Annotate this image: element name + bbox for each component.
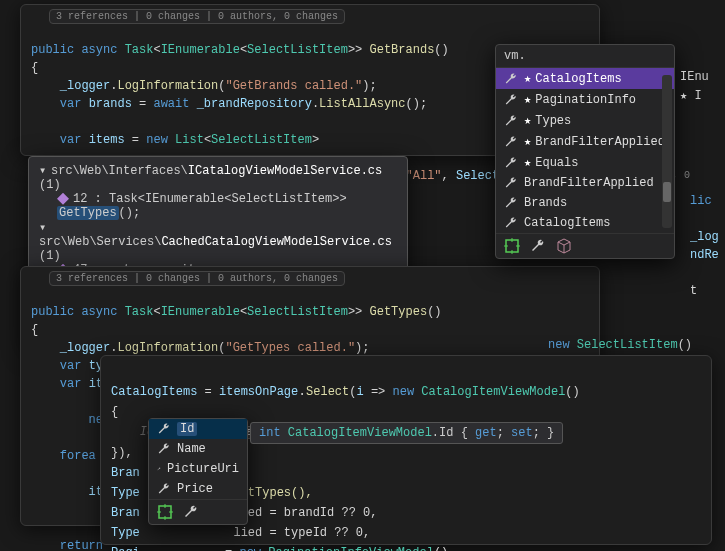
star-icon: ★ <box>524 92 531 107</box>
scroll-thumb[interactable] <box>663 182 671 202</box>
kw: new <box>548 338 570 352</box>
cube-icon[interactable] <box>556 238 572 254</box>
ref-count: (1) <box>39 249 61 263</box>
kw: get <box>475 426 497 440</box>
ref-entry[interactable]: ▾src\Web\Interfaces\ICatalogViewModelSer… <box>39 163 397 192</box>
ref-path: src\Web\Services\ <box>39 235 161 249</box>
fn: Select <box>306 385 349 399</box>
var: CatalogItems <box>111 385 197 399</box>
intellisense-list[interactable]: ★CatalogItems★PaginationInfo★Types★Brand… <box>496 68 674 233</box>
paren: () <box>434 43 448 57</box>
tip-class: CatalogItemViewModel <box>288 426 432 440</box>
intellisense-item[interactable]: CatalogItems <box>496 213 674 233</box>
eq: = <box>197 385 219 399</box>
code-lens-top[interactable]: 3 references | 0 changes | 0 authors, 0 … <box>49 9 345 24</box>
intellisense-item[interactable]: Brands <box>496 193 674 213</box>
kw: return <box>60 539 103 551</box>
method-name: GetBrands <box>370 43 435 57</box>
ar: => <box>364 385 393 399</box>
intellisense-item[interactable]: ★Equals <box>496 152 674 173</box>
eq: = <box>132 97 154 111</box>
brace: { <box>111 405 118 419</box>
intellisense-item[interactable]: BrandFilterApplied <box>496 173 674 193</box>
intellisense-side-hint-2: ★ I <box>680 88 702 103</box>
var: Bran <box>111 466 140 480</box>
type: SelectListItem <box>247 43 348 57</box>
intellisense-popup-top[interactable]: vm. ★CatalogItems★PaginationInfo★Types★B… <box>495 44 675 259</box>
tip-type: int <box>259 426 281 440</box>
var: _brandRepository <box>197 97 312 111</box>
kw: new <box>146 133 168 147</box>
kw: var <box>60 97 82 111</box>
sp <box>168 133 175 147</box>
intellisense-item[interactable]: Id <box>149 419 247 439</box>
intellisense-item[interactable]: PictureUri <box>149 459 247 479</box>
sc: ; <box>370 79 377 93</box>
fn: GetTypes <box>370 305 428 319</box>
item-label: PictureUri <box>167 462 239 476</box>
wrench-icon[interactable] <box>530 238 546 254</box>
p: () <box>678 338 692 352</box>
ref-line[interactable]: 12 : Task<IEnumerable<SelectListItem>> G… <box>39 192 397 220</box>
intellisense-list[interactable]: IdNamePictureUriPrice <box>149 419 247 499</box>
intellisense-item[interactable]: Price <box>149 479 247 499</box>
string: "GetBrands called." <box>225 79 362 93</box>
ln: 12 : <box>73 192 102 206</box>
target-icon[interactable] <box>157 504 173 520</box>
item-label: BrandFilterApplied <box>535 135 665 149</box>
type: SelectListItem <box>577 338 678 352</box>
item-label: CatalogItems <box>524 216 610 230</box>
keyword: async <box>81 43 117 57</box>
ref-file: CachedCatalogViewModelService.cs <box>161 235 391 249</box>
intellisense-item[interactable]: Name <box>149 439 247 459</box>
expand-icon[interactable]: ▾ <box>39 163 51 178</box>
sc: ; } <box>533 426 555 440</box>
target-icon[interactable] <box>504 238 520 254</box>
kw: var <box>60 377 82 391</box>
code-lens-mid[interactable]: 3 references | 0 changes | 0 authors, 0 … <box>49 271 345 286</box>
method-icon <box>57 193 69 205</box>
post: (); <box>119 206 141 220</box>
item-label: Id <box>177 422 197 436</box>
behind-lic: lic <box>680 186 722 216</box>
fn: ListAllAsync <box>319 97 405 111</box>
filter-text: vm. <box>504 49 526 63</box>
intellisense-item[interactable]: ★Types <box>496 110 674 131</box>
e: () <box>565 385 579 399</box>
p: () <box>427 305 441 319</box>
var: Type <box>111 526 140 540</box>
type: IEnumerable <box>161 43 240 57</box>
scrollbar[interactable] <box>662 75 672 228</box>
var: Bran <box>111 506 140 520</box>
var: items <box>89 133 125 147</box>
star-icon: ★ <box>524 113 531 128</box>
keyword: public <box>31 43 74 57</box>
item-label: PaginationInfo <box>535 93 636 107</box>
kw: new <box>239 546 261 551</box>
intellisense-item[interactable]: ★PaginationInfo <box>496 89 674 110</box>
brace: }), <box>111 446 133 460</box>
wrench-icon[interactable] <box>183 504 199 520</box>
intellisense-footer <box>496 233 674 258</box>
behind-ndre: ndRe <box>680 240 725 270</box>
ref-entry[interactable]: ▾src\Web\Services\CachedCatalogViewModel… <box>39 220 397 263</box>
eq: = <box>218 546 240 551</box>
star-icon: ★ <box>524 71 531 86</box>
fn: LogInformation <box>117 79 218 93</box>
type: SelectListItem <box>211 133 312 147</box>
kw: new <box>393 385 415 399</box>
var: _logger <box>60 79 110 93</box>
kw: public <box>31 305 74 319</box>
kw: await <box>153 97 189 111</box>
kw: set <box>511 426 533 440</box>
expand-icon[interactable]: ▾ <box>39 220 51 235</box>
end: > <box>312 133 319 147</box>
intellisense-item[interactable]: ★CatalogItems <box>496 68 674 89</box>
rest: lied = typeId ?? 0, <box>233 526 370 540</box>
intellisense-popup-bottom[interactable]: IdNamePictureUriPrice <box>148 418 248 525</box>
intellisense-side-hint-1: IEnu <box>680 70 709 84</box>
kw: forea <box>60 449 96 463</box>
item-label: Price <box>177 482 213 496</box>
intellisense-item[interactable]: ★BrandFilterApplied <box>496 131 674 152</box>
item-label: Brands <box>524 196 567 210</box>
